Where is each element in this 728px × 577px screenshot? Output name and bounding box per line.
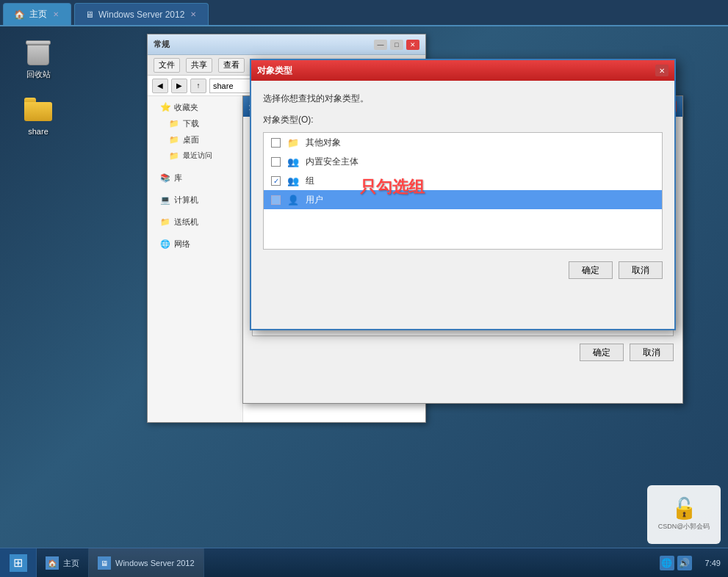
objtype-label: 对象类型(O):	[263, 114, 663, 126]
select-user-bottom-btns: 确定 取消	[252, 344, 674, 361]
taskbar-server-label: Windows Server 2012	[115, 559, 195, 567]
sidebar-libraries-item[interactable]: 📚 库	[148, 170, 242, 186]
objtype-user[interactable]: 👤 用户	[264, 190, 662, 209]
sidebar-computer-item[interactable]: 💻 计算机	[148, 192, 242, 208]
objtype-group[interactable]: ✓ 👥 组	[264, 171, 662, 190]
folder-icon-small: 📁	[168, 117, 180, 129]
watermark-lock-icon: 🔓	[671, 498, 697, 519]
desktop-icon-small: 📁	[168, 134, 180, 145]
builtin-checkbox[interactable]	[271, 157, 281, 167]
taskbar-home-item[interactable]: 🏠 主页	[37, 548, 89, 577]
share-folder-icon[interactable]: share	[15, 95, 62, 136]
watermark-text: CSDN@小郭会码	[658, 522, 710, 531]
sidebar-desktop-item[interactable]: 📁 桌面	[148, 131, 242, 148]
sidebar-computer-label: 计算机	[174, 195, 198, 206]
sound-tray-icon: 🔊	[677, 556, 692, 570]
explorer-close-btn[interactable]: ✕	[406, 40, 419, 50]
toolbar-share-btn[interactable]: 共享	[186, 58, 212, 73]
object-type-body: 选择你想查找的对象类型。 对象类型(O): 📁 其他对象 👥 内置安全主体 ✓ …	[251, 81, 674, 291]
share-folder-image	[24, 95, 53, 124]
object-type-dialog: 对象类型 ✕ 选择你想查找的对象类型。 对象类型(O): 📁 其他对象 👥 内置…	[250, 59, 676, 330]
watermark: 🔓 CSDN@小郭会码	[647, 485, 721, 544]
nav-back-btn[interactable]: ◀	[152, 79, 168, 93]
send-icon: 📁	[159, 216, 171, 228]
home-tab-close[interactable]: ✕	[51, 10, 60, 18]
start-icon: ⊞	[10, 554, 27, 572]
explorer-minimize-btn[interactable]: —	[374, 40, 387, 50]
taskbar-server-icon: 🖥	[98, 556, 111, 570]
sidebar-favorites-label: 收藏夹	[174, 102, 198, 113]
select-user-cancel-btn[interactable]: 取消	[630, 344, 674, 361]
nav-forward-btn[interactable]: ▶	[171, 79, 187, 93]
recycle-bin-label: 回收站	[26, 69, 51, 80]
sidebar-downloads-label: 下载	[183, 118, 199, 129]
user-label: 用户	[306, 194, 323, 206]
server-tab-icon: 🖥	[85, 10, 94, 20]
time-display: 7:49	[705, 559, 721, 567]
sidebar-network-label: 网络	[174, 239, 190, 250]
trash-body	[27, 45, 49, 65]
recycle-bin-image	[24, 37, 53, 66]
sidebar-send-item[interactable]: 📁 送纸机	[148, 214, 242, 230]
toolbar-view-btn[interactable]: 查看	[218, 58, 245, 73]
other-label: 其他对象	[306, 137, 341, 149]
explorer-sidebar: ⭐ 收藏夹 📁 下载 📁 桌面 📁 最近访问 📚 库	[148, 96, 243, 422]
tab-home[interactable]: 🏠 主页 ✕	[3, 3, 71, 25]
group-icon: 👥	[286, 174, 300, 187]
user-icon: 👤	[286, 193, 300, 206]
group-checkbox[interactable]: ✓	[271, 176, 281, 186]
sidebar-recent-label: 最近访问	[183, 150, 212, 161]
taskbar-server-item[interactable]: 🖥 Windows Server 2012	[89, 548, 204, 577]
sidebar-downloads-item[interactable]: 📁 下载	[148, 115, 242, 131]
desktop-icon-area: 回收站 share	[15, 37, 62, 136]
share-folder-label: share	[28, 127, 48, 136]
start-button[interactable]: ⊞	[0, 548, 37, 578]
objtype-cancel-btn[interactable]: 取消	[619, 261, 663, 279]
tab-server[interactable]: 🖥 Windows Server 2012 ✕	[74, 3, 209, 25]
objtype-list: 📁 其他对象 👥 内置安全主体 ✓ 👥 组 👤 用户	[263, 132, 663, 250]
explorer-maximize-btn[interactable]: □	[390, 40, 403, 50]
sidebar-network-item[interactable]: 🌐 网络	[148, 236, 242, 252]
star-icon: ⭐	[159, 101, 171, 113]
sidebar-favorites-item[interactable]: ⭐ 收藏夹	[148, 99, 242, 115]
builtin-icon: 👥	[286, 155, 300, 168]
taskbar: ⊞ 🏠 主页 🖥 Windows Server 2012 🌐 🔊 7:49	[0, 548, 728, 577]
recycle-bin-icon[interactable]: 回收站	[15, 37, 62, 80]
home-tab-icon: 🏠	[14, 10, 25, 20]
object-type-dialog-title: 对象类型	[257, 65, 292, 77]
sidebar-desktop-label: 桌面	[183, 134, 199, 145]
sidebar-libraries-label: 库	[174, 173, 182, 184]
trash-graphic	[24, 37, 52, 65]
server-tab-close[interactable]: ✕	[189, 10, 198, 18]
sidebar-send-label: 送纸机	[174, 217, 198, 228]
sidebar-favorites: ⭐ 收藏夹 📁 下载 📁 桌面 📁 最近访问	[148, 96, 242, 167]
object-type-close-btn[interactable]: ✕	[655, 65, 668, 76]
user-checkbox[interactable]	[271, 195, 281, 205]
nav-up-btn[interactable]: ↑	[190, 79, 206, 93]
computer-icon: 💻	[159, 194, 171, 206]
objtype-builtin[interactable]: 👥 内置安全主体	[264, 152, 662, 171]
sidebar-recent-item[interactable]: 📁 最近访问	[148, 148, 242, 164]
sidebar-network: 🌐 网络	[148, 233, 242, 255]
object-type-titlebar: 对象类型 ✕	[251, 60, 674, 81]
other-icon: 📁	[286, 136, 300, 149]
taskbar-home-label: 主页	[63, 558, 79, 569]
other-checkbox[interactable]	[271, 138, 281, 148]
network-tray-icon: 🌐	[660, 556, 674, 570]
taskbar-items: 🏠 主页 🖥 Windows Server 2012	[37, 548, 654, 577]
library-icon: 📚	[159, 172, 171, 184]
recent-icon-small: 📁	[168, 150, 180, 162]
objtype-instruction: 选择你想查找的对象类型。	[263, 92, 663, 105]
sidebar-libraries: 📚 库	[148, 167, 242, 189]
explorer-titlebar: 常规 — □ ✕	[148, 35, 425, 55]
explorer-title: 常规	[154, 39, 170, 50]
select-user-ok-btn[interactable]: 确定	[580, 344, 624, 361]
objtype-other[interactable]: 📁 其他对象	[264, 133, 662, 152]
toolbar-file-btn[interactable]: 文件	[154, 58, 180, 73]
server-tab-label: Windows Server 2012	[98, 10, 184, 20]
sidebar-computer: 💻 计算机	[148, 189, 242, 211]
sidebar-media: 📁 送纸机	[148, 211, 242, 233]
home-tab-label: 主页	[29, 8, 47, 21]
objtype-ok-btn[interactable]: 确定	[569, 261, 613, 279]
explorer-win-buttons: — □ ✕	[374, 40, 419, 50]
